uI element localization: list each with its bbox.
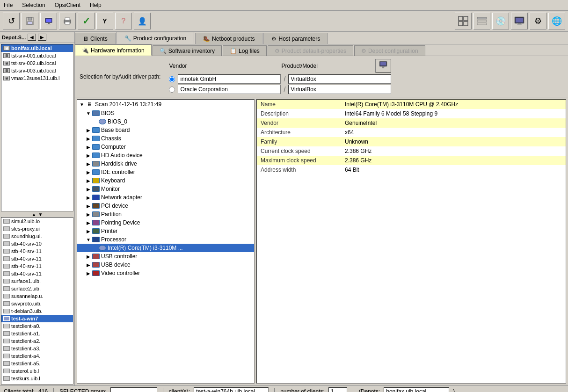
menu-selection[interactable]: Selection [20,1,47,9]
grid1-button[interactable] [455,13,472,29]
client-item[interactable]: stb-40-srv-11 [1,270,73,277]
depots-value-input[interactable] [384,387,449,392]
print-button[interactable] [59,13,76,29]
user-button[interactable]: 👤 [134,13,151,29]
usb-dev-toggle[interactable]: ▶ [86,262,91,268]
printer-toggle[interactable]: ▶ [86,228,91,234]
sidebar-next-btn[interactable]: ▶ [38,34,46,41]
tab-product-config[interactable]: 🔧 Product configuration [117,32,194,44]
bios-toggle[interactable]: ▼ [86,110,91,116]
depot-list[interactable]: 🖥 bonifax.uib.local 🖥 tst-srv-001.uib.lo… [1,44,73,211]
tree-partition[interactable]: ▶ Partition [77,210,254,218]
tree-chassis[interactable]: ▶ Chassis [77,134,254,143]
client-item[interactable]: testclient-a3. [1,345,73,352]
client-item[interactable]: swvproto.uib. [1,300,73,307]
vendor2-input[interactable] [178,85,281,94]
tree-processor[interactable]: ▼ Processor [77,235,254,244]
menu-help[interactable]: Help [88,1,103,9]
tree-usb-controller[interactable]: ▶ USB controller [77,252,254,261]
filter-button[interactable]: Y [96,13,113,29]
baseboard-toggle[interactable]: ▶ [86,127,91,133]
sidebar-prev-btn[interactable]: ◀ [28,34,36,41]
pointing-toggle[interactable]: ▶ [86,220,91,225]
client-item[interactable]: t-debian3.uib. [1,307,73,315]
grid2-button[interactable] [473,13,490,29]
keyboard-toggle[interactable]: ▶ [86,178,91,183]
client-button[interactable] [40,13,57,29]
usb-ctrl-toggle[interactable]: ▶ [86,254,91,259]
filter-action-btn[interactable] [375,59,391,73]
monitor-toggle[interactable]: ▶ [86,186,91,192]
radio-vendor2[interactable] [169,87,175,93]
depot-item[interactable]: 🖥 tst-srv-001.uib.local [1,52,73,59]
client-item[interactable]: stb-40-srv-11 [1,255,73,262]
menu-file[interactable]: File [2,1,15,9]
tree-pointing-device[interactable]: ▶ Pointing Device [77,218,254,227]
check-button[interactable]: ✓ [78,13,95,29]
tree-scan-root[interactable]: ▼ 🖥 Scan 2014-12-16 13:21:49 [77,100,254,109]
client-item-selected[interactable]: test-a-win7 [1,315,73,322]
selected-group-input[interactable] [110,387,157,392]
partition-toggle[interactable]: ▶ [86,211,91,217]
tree-audio[interactable]: ▶ HD Audio device [77,151,254,160]
client-item[interactable]: simul2.uib.lo [1,218,73,225]
depot-item[interactable]: 🖥 tst-srv-003.uib.local [1,67,73,74]
tree-pci[interactable]: ▶ PCI device [77,202,254,210]
ide-toggle[interactable]: ▶ [86,169,91,175]
tree-video[interactable]: ▶ Video controller [77,269,254,277]
reload-button[interactable]: ↺ [3,13,20,29]
depot-item[interactable]: 🖥 bonifax.uib.local [1,44,73,52]
client-item[interactable]: testclient-a0. [1,322,73,330]
web-button[interactable]: 🌐 [548,13,565,29]
model1-input[interactable] [288,74,391,84]
tree-keyboard[interactable]: ▶ Keyboard [77,176,254,185]
client-item[interactable]: testclient-a1. [1,330,73,337]
tab-clients[interactable]: 🖥 Clients [75,33,116,44]
client-item[interactable]: surface2.uib. [1,285,73,292]
tree-cpu-item[interactable]: Intel(R) Core(TM) i3-3110M ... [77,244,254,252]
tab-netboot[interactable]: 🥾 Netboot products [195,33,262,44]
video-toggle[interactable]: ▶ [86,270,91,276]
tree-baseboard[interactable]: ▶ Base board [77,126,254,134]
client-item[interactable]: soundhlug.ui. [1,232,73,240]
client-item[interactable]: testclient-a5. [1,360,73,367]
client-item[interactable]: stb-40-srv-10 [1,240,73,247]
tree-network[interactable]: ▶ Network adapter [77,193,254,202]
depot-item[interactable]: 🖥 vmax12suse131.uib.l [1,74,73,82]
tree-computer[interactable]: ▶ Computer [77,143,254,151]
client-list[interactable]: simul2.uib.lo sles-proxy.ui soundhlug.ui… [1,217,73,385]
processor-toggle[interactable]: ▼ [86,237,91,242]
harddisk-toggle[interactable]: ▶ [86,161,91,167]
pci-toggle[interactable]: ▶ [86,203,91,209]
client-item[interactable]: testclient-a4. [1,352,73,360]
radio-vendor1[interactable] [169,76,175,82]
model2-input[interactable] [288,85,391,94]
hardware-tree[interactable]: ▼ 🖥 Scan 2014-12-16 13:21:49 ▼ BIOS BIOS… [77,99,255,384]
computer-toggle[interactable]: ▶ [86,144,91,150]
tree-harddisk[interactable]: ▶ Harddisk drive [77,160,254,168]
help-button[interactable]: ? [115,13,132,29]
client-item[interactable]: surface1.uib. [1,277,73,285]
tab-software-inventory[interactable]: 🔍 Software inventory [153,45,222,56]
tab-hardware-info[interactable]: 🔌 Hardware information [75,44,152,56]
tab-host-params[interactable]: ⚙ Host parameters [263,33,328,44]
client-item[interactable]: testclient-a2. [1,337,73,345]
tree-bios0[interactable]: BIOS_0 [77,117,254,126]
client-item[interactable]: stb-40-srv-11 [1,247,73,255]
network-toggle[interactable]: ▶ [86,195,91,200]
monitor-button[interactable] [511,13,528,29]
cd-button[interactable]: 💿 [492,13,509,29]
tree-toggle[interactable]: ▼ [79,102,85,107]
menu-opsiclient[interactable]: OpsiClient [53,1,82,9]
num-clients-input[interactable] [328,387,347,392]
tab-log-files[interactable]: 📋 Log files [223,45,267,56]
clients-value-input[interactable] [194,387,269,392]
tree-usb-device[interactable]: ▶ USB device [77,261,254,269]
tree-bios[interactable]: ▼ BIOS [77,109,254,117]
tree-printer[interactable]: ▶ Printer [77,227,254,235]
audio-toggle[interactable]: ▶ [86,152,91,158]
tab-product-defaults[interactable]: ⚙ Product default-properties [268,45,353,56]
tab-depot-config[interactable]: ⚙ Depot configuratiion [354,45,425,56]
chassis-toggle[interactable]: ▶ [86,136,91,141]
tree-ide[interactable]: ▶ IDE controller [77,168,254,176]
